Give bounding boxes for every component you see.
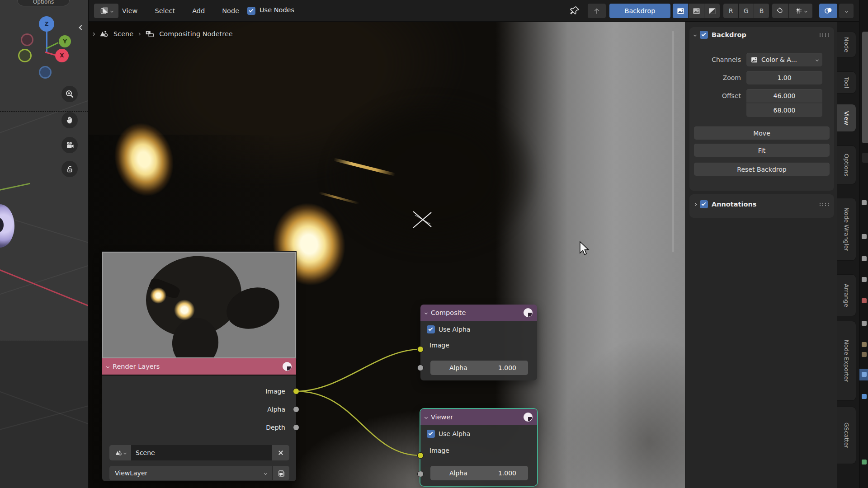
- overlap-icon[interactable]: [819, 4, 837, 18]
- render-layers-alpha-socket[interactable]: [293, 406, 299, 413]
- editor-type-button[interactable]: [94, 4, 118, 18]
- viewer-image-socket[interactable]: [417, 452, 424, 459]
- properties-tab-icon[interactable]: [862, 256, 867, 261]
- offset-y-row: 68.000: [689, 103, 822, 117]
- use-nodes-checkbox[interactable]: [247, 7, 255, 15]
- grid-line: [0, 259, 89, 299]
- tab-options[interactable]: Options: [837, 145, 856, 184]
- move-button[interactable]: Move: [694, 127, 830, 140]
- pie-icon: [283, 362, 292, 371]
- channel-r-button[interactable]: R: [723, 4, 738, 18]
- tab-view[interactable]: View: [837, 104, 856, 132]
- tab-node[interactable]: Node: [837, 32, 856, 57]
- render-layers-depth-socket[interactable]: [293, 424, 299, 431]
- use-alpha-checkbox[interactable]: [427, 430, 435, 438]
- properties-tab-icon[interactable]: [862, 200, 867, 205]
- use-alpha-checkbox[interactable]: [427, 325, 435, 333]
- camera-icon[interactable]: [61, 137, 78, 153]
- channels-dropdown[interactable]: Color & A...: [746, 53, 822, 66]
- canvas-scrollbar[interactable]: [672, 31, 674, 252]
- tab-gscatter[interactable]: GScatter: [837, 407, 856, 464]
- navigation-gizmo[interactable]: Z Y X: [17, 12, 77, 80]
- render-layers-node-header[interactable]: Render Layers: [102, 358, 296, 375]
- composite-alpha-socket[interactable]: [417, 365, 424, 371]
- viewer-image-row: Image: [429, 447, 449, 454]
- alpha-icon[interactable]: [704, 4, 720, 18]
- render-layer-icon[interactable]: [273, 466, 289, 480]
- gizmo-z-axis[interactable]: Z: [39, 16, 54, 32]
- view-layer-dropdown[interactable]: ViewLayer: [109, 466, 272, 480]
- menu-select[interactable]: Select: [153, 7, 177, 14]
- pin-icon[interactable]: [569, 5, 580, 17]
- composite-use-alpha-row[interactable]: Use Alpha: [427, 325, 470, 333]
- zoom-value-field[interactable]: 1.00: [746, 71, 822, 84]
- backdrop-toggle-button[interactable]: Backdrop: [609, 4, 670, 18]
- properties-tab-icon[interactable]: [862, 460, 867, 465]
- render-layers-image-socket[interactable]: [293, 388, 299, 394]
- properties-tab-icon[interactable]: [862, 352, 867, 357]
- viewer-node-header[interactable]: Viewer: [420, 409, 537, 425]
- drag-handle-icon[interactable]: [819, 33, 830, 37]
- annotations-panel-header[interactable]: Annotations: [689, 194, 834, 208]
- snap-magnet-icon[interactable]: [772, 4, 788, 18]
- collapse-region-icon[interactable]: [80, 23, 83, 31]
- tab-node-wrangler[interactable]: Node Wrangler: [837, 198, 856, 261]
- backdrop-enable-checkbox[interactable]: [700, 31, 708, 39]
- render-layers-node[interactable]: Render Layers Image Alpha Depth Scene: [102, 252, 296, 481]
- gizmo-y-axis[interactable]: Y: [59, 35, 71, 47]
- properties-tab-icon[interactable]: [862, 298, 867, 303]
- panel-collapsed-icon[interactable]: [693, 202, 697, 206]
- scene-id-icon[interactable]: [109, 445, 131, 460]
- drag-handle-icon[interactable]: [819, 202, 830, 206]
- options-button[interactable]: Options: [17, 0, 70, 6]
- properties-tab-icon[interactable]: [862, 234, 867, 239]
- menu-add[interactable]: Add: [190, 7, 207, 14]
- offset-y-field[interactable]: 68.000: [746, 103, 822, 117]
- channel-g-button[interactable]: G: [739, 4, 754, 18]
- properties-tab-icon[interactable]: [862, 394, 867, 399]
- composite-node-header[interactable]: Composite: [420, 305, 537, 321]
- tab-tool[interactable]: Tool: [837, 71, 856, 94]
- backdrop-panel-header[interactable]: Backdrop: [689, 27, 834, 39]
- viewer-node[interactable]: Viewer Use Alpha Image Alpha 1.000: [420, 409, 537, 486]
- properties-tab-icon[interactable]: [862, 372, 867, 377]
- offset-x-field[interactable]: 46.000: [746, 89, 822, 103]
- composite-node[interactable]: Composite Use Alpha Image Alpha 1.000: [420, 305, 537, 380]
- menu-view[interactable]: View: [120, 7, 139, 14]
- snap-target-dropdown[interactable]: [789, 4, 812, 18]
- viewer-alpha-socket[interactable]: [417, 471, 424, 477]
- node-editor-canvas[interactable]: Scene Compositing Nodetree: [89, 22, 685, 488]
- annotations-checkbox[interactable]: [700, 200, 708, 208]
- viewer-use-alpha-row[interactable]: Use Alpha: [427, 430, 470, 438]
- menu-node[interactable]: Node: [220, 7, 241, 14]
- color-icon[interactable]: [689, 4, 704, 18]
- backdrop-panel: Backdrop Channels Color & A... Zoom 1.00…: [689, 27, 834, 191]
- properties-tab-icon[interactable]: [862, 277, 867, 282]
- tab-arrange[interactable]: Arrange: [837, 274, 856, 316]
- color-alpha-icon[interactable]: [673, 4, 688, 18]
- zoom-icon[interactable]: [61, 86, 78, 102]
- channel-b-button[interactable]: B: [754, 4, 769, 18]
- reset-backdrop-button[interactable]: Reset Backdrop: [694, 163, 830, 176]
- properties-tab-icon[interactable]: [862, 342, 867, 347]
- properties-tab-icon[interactable]: [862, 321, 867, 326]
- composite-alpha-slider[interactable]: Alpha 1.000: [430, 361, 528, 375]
- fit-button[interactable]: Fit: [694, 144, 830, 157]
- header-extra-dropdown[interactable]: [839, 4, 854, 18]
- gizmo-neg-z-axis[interactable]: [39, 66, 52, 79]
- gizmo-x-axis[interactable]: X: [55, 49, 69, 62]
- scene-selector[interactable]: Scene: [109, 445, 289, 460]
- parent-tree-icon[interactable]: [588, 4, 606, 18]
- lock-open-icon[interactable]: [61, 161, 78, 177]
- composite-image-socket[interactable]: [417, 346, 424, 352]
- scene-name-field[interactable]: Scene: [131, 445, 272, 460]
- panel-expand-icon[interactable]: [693, 33, 697, 36]
- scene-unlink-button[interactable]: [272, 445, 289, 460]
- gizmo-neg-x-axis[interactable]: [21, 33, 33, 46]
- pan-hand-icon[interactable]: [61, 112, 78, 128]
- tab-node-exporter[interactable]: Node Exporter: [837, 321, 856, 401]
- region-dash-border: [0, 341, 89, 341]
- viewer-node-body: Use Alpha Image Alpha 1.000: [420, 425, 537, 486]
- gizmo-neg-y-axis[interactable]: [18, 49, 32, 62]
- viewer-alpha-slider[interactable]: Alpha 1.000: [430, 466, 528, 480]
